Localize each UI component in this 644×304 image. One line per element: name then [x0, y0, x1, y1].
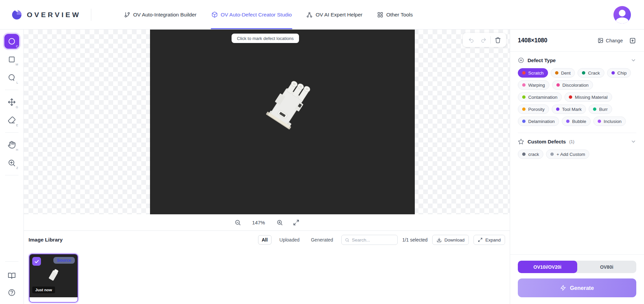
help-icon — [8, 289, 16, 297]
filter-all-button[interactable]: All — [258, 235, 271, 245]
custom-chip-crack[interactable]: crack — [518, 149, 543, 159]
fit-screen-button[interactable] — [293, 219, 299, 226]
grid-icon — [377, 12, 383, 18]
defect-color-dot — [611, 71, 615, 75]
defect-chip-delamination[interactable]: Delamination — [518, 117, 559, 126]
defect-color-dot — [582, 71, 585, 75]
eraser-tool-button[interactable]: E — [4, 113, 19, 128]
device-toggle: OV10i/OV20i OV80i — [518, 261, 636, 273]
circle-tool-button[interactable]: C — [4, 34, 19, 49]
hand-tool-button[interactable]: H — [4, 137, 19, 152]
redo-button[interactable] — [478, 35, 488, 45]
defect-color-dot — [522, 120, 526, 123]
custom-defects-header[interactable]: Custom Defects (1) — [518, 138, 636, 145]
filter-generated-button[interactable]: Generated — [307, 235, 336, 244]
tab-label: OV AI Expert Helper — [315, 12, 362, 18]
rectangle-tool-button[interactable]: M — [4, 52, 19, 67]
image-library: Image Library All Uploaded Generated 1/1… — [24, 231, 510, 304]
defect-chip-warping[interactable]: Warping — [518, 80, 549, 90]
defect-chip-label: Missing Material — [575, 95, 608, 100]
tool-shortcut: M — [16, 63, 18, 66]
defect-chip-tool-mark[interactable]: Tool Mark — [552, 104, 586, 114]
defect-chip-label: Burr — [599, 107, 608, 112]
defect-chip-label: Bubble — [572, 119, 586, 124]
device-ov10i-ov20i-button[interactable]: OV10i/OV20i — [518, 261, 577, 273]
lasso-tool-button[interactable]: L — [4, 70, 19, 85]
add-panel-button[interactable] — [629, 37, 636, 44]
right-panel-footer: OV10i/OV20i OV80i Generate — [510, 254, 644, 304]
generate-button[interactable]: Generate — [518, 278, 636, 297]
defect-chip-bubble[interactable]: Bubble — [562, 117, 591, 126]
canvas-tooltip: Click to mark defect locations — [232, 34, 299, 43]
zoom-in-button[interactable] — [277, 219, 283, 226]
defect-color-dot — [593, 107, 596, 111]
defect-chip-label: Dent — [561, 71, 571, 76]
lasso-icon — [8, 74, 16, 82]
navbar-divider — [91, 9, 91, 21]
chevron-down-icon[interactable] — [631, 57, 636, 63]
defect-chip-crack[interactable]: Crack — [578, 68, 604, 78]
move-tool-button[interactable]: G — [4, 95, 19, 110]
user-avatar[interactable] — [613, 6, 631, 24]
custom-chip-add-custom[interactable]: + Add Custom — [546, 149, 589, 159]
eraser-icon — [8, 116, 16, 124]
zoom-tool-button[interactable]: Z — [4, 156, 19, 170]
undo-button[interactable] — [466, 35, 476, 45]
thumbnail-checkbox[interactable] — [32, 257, 41, 266]
avatar-head — [619, 10, 626, 16]
top-navbar: OVERVIEW OV Auto-Integration Builder OV … — [0, 0, 644, 30]
expand-icon — [478, 237, 483, 242]
library-thumbnail[interactable]: Source Just now — [29, 254, 78, 303]
device-ov80i-button[interactable]: OV80i — [577, 261, 637, 273]
tool-shortcut: L — [16, 81, 18, 84]
defect-type-chips: ScratchDentCrackChipWarpingDiscoloration… — [518, 68, 636, 126]
thumbnail-timestamp: Just now — [32, 287, 55, 293]
defect-color-dot — [555, 71, 558, 75]
circle-icon — [8, 37, 16, 45]
defect-chip-chip[interactable]: Chip — [607, 68, 631, 78]
right-panel: 1408×1080 Change Defect Type ScratchDent… — [510, 30, 644, 304]
undo-icon — [468, 37, 475, 43]
defect-chip-discoloration[interactable]: Discoloration — [552, 80, 593, 90]
defect-chip-inclusion[interactable]: Inclusion — [593, 117, 626, 126]
tab-auto-defect-creator-studio[interactable]: OV Auto-Defect Creator Studio — [211, 0, 292, 29]
history-toolbar — [463, 33, 506, 47]
tab-auto-integration-builder[interactable]: OV Auto-Integration Builder — [124, 0, 197, 29]
defect-chip-scratch[interactable]: Scratch — [518, 68, 548, 78]
search-box — [341, 235, 398, 245]
work-image[interactable] — [150, 30, 415, 214]
expand-library-button[interactable]: Expand — [474, 235, 505, 245]
custom-chip-label: + Add Custom — [556, 152, 585, 157]
tab-ai-expert-helper[interactable]: OV AI Expert Helper — [306, 0, 362, 29]
nodes-icon — [306, 12, 312, 18]
defect-chip-porosity[interactable]: Porosity — [518, 104, 549, 114]
brand-name: OVERVIEW — [27, 11, 81, 19]
help-button[interactable] — [4, 285, 19, 300]
defect-type-header[interactable]: Defect Type — [518, 57, 636, 63]
delete-button[interactable] — [493, 35, 503, 45]
image-icon — [598, 38, 603, 43]
chevron-down-icon[interactable] — [631, 139, 636, 144]
zoom-in-icon — [277, 219, 283, 226]
tool-shortcut: G — [16, 105, 18, 109]
defect-chip-burr[interactable]: Burr — [589, 104, 612, 114]
filter-uploaded-button[interactable]: Uploaded — [276, 235, 303, 244]
change-image-button[interactable]: Change — [598, 38, 623, 43]
zoom-out-button[interactable] — [235, 219, 241, 226]
defect-color-dot — [566, 120, 569, 123]
docs-button[interactable] — [4, 268, 19, 283]
defect-chip-dent[interactable]: Dent — [551, 68, 575, 78]
tool-shortcut: H — [16, 148, 18, 151]
canvas-area: Click to mark defect locations — [24, 30, 510, 214]
tab-label: OV Auto-Integration Builder — [133, 12, 197, 18]
download-button[interactable]: Download — [432, 235, 469, 245]
tab-label: OV Auto-Defect Creator Studio — [221, 12, 292, 18]
tool-shortcut: C — [16, 45, 18, 48]
defect-chip-contamination[interactable]: Contamination — [518, 92, 562, 102]
tab-other-tools[interactable]: Other Tools — [377, 0, 413, 29]
search-input[interactable] — [352, 237, 394, 243]
defect-chip-label: Chip — [617, 71, 627, 76]
nav-tabs: OV Auto-Integration Builder OV Auto-Defe… — [124, 0, 413, 29]
defect-chip-missing-material[interactable]: Missing Material — [564, 92, 612, 102]
defect-chip-label: Tool Mark — [562, 107, 582, 112]
